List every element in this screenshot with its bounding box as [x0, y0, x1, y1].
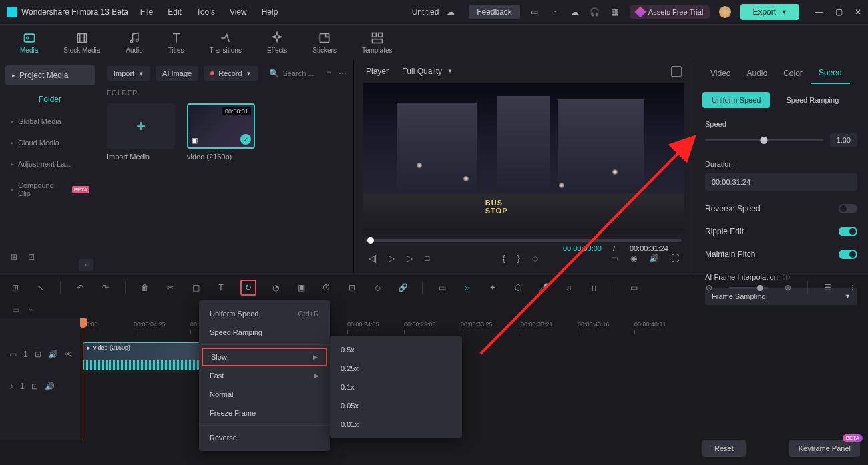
progress-handle[interactable] [367, 237, 374, 244]
fullscreen-icon[interactable]: ⛶ [671, 254, 679, 263]
subtab-uniform-speed[interactable]: Uniform Speed [702, 92, 770, 108]
export-button[interactable]: Export▼ [740, 4, 799, 20]
lock-track-icon[interactable]: ⊡ [35, 350, 41, 359]
cloud-sync-icon[interactable]: ☁ [445, 7, 456, 17]
video-clip[interactable]: ▸video (2160p) [83, 342, 203, 370]
record-button[interactable]: Record▼ [204, 66, 258, 81]
import-button[interactable]: Import▼ [107, 66, 150, 81]
speed-slider-handle[interactable] [761, 137, 768, 144]
audio-track-header[interactable]: ♪ 1 ⊡ 🔊 [0, 370, 80, 402]
mic-icon[interactable]: 🎤 [537, 282, 550, 294]
settings-icon[interactable]: ⫶ [847, 282, 859, 294]
player-label[interactable]: Player [366, 67, 389, 76]
collapse-sidebar-button[interactable]: ‹ [79, 259, 93, 271]
tab-stickers[interactable]: Stickers [312, 31, 337, 54]
sidebar-compound-clip[interactable]: ▸Compound ClipBETA [5, 175, 95, 204]
lock-audio-icon[interactable]: ⊡ [31, 382, 38, 391]
render-icon[interactable]: ▭ [628, 282, 640, 294]
zoom-out-button[interactable]: ⊖ [703, 282, 715, 294]
close-button[interactable]: ✕ [855, 7, 861, 17]
duration-value[interactable]: 00:00:31:24 [705, 173, 857, 191]
stop-button[interactable]: □ [425, 254, 429, 263]
menu-help[interactable]: Help [262, 7, 278, 17]
speed-0-1x[interactable]: 0.1x [330, 378, 462, 396]
face-icon[interactable]: ☺ [461, 282, 473, 294]
lock-icon[interactable]: ▭ [12, 305, 19, 314]
info-icon[interactable]: ⓘ [783, 273, 790, 281]
music-icon[interactable]: ♫ [563, 282, 575, 294]
keyframe-panel-button[interactable]: Keyframe Panel BETA [789, 440, 860, 457]
mark-out-button[interactable]: } [517, 254, 520, 263]
mute-audio-icon[interactable]: 🔊 [45, 382, 55, 391]
list-icon[interactable]: ☰ [821, 282, 833, 294]
video-track-header[interactable]: ▭ 1 ⊡ 🔊 👁 [0, 338, 80, 370]
frame-interpolation-select[interactable]: Frame Sampling▼ [705, 288, 857, 305]
layout-icon[interactable]: ⊞ [9, 282, 21, 294]
search-box[interactable]: 🔍 [264, 65, 320, 81]
delete-button[interactable]: 🗑 [139, 282, 151, 294]
video-preview[interactable]: BUSSTOP [363, 83, 684, 234]
screen-icon[interactable]: ▭ [529, 7, 540, 17]
tag-icon[interactable]: ◇ [371, 282, 383, 294]
redo-button[interactable]: ↷ [99, 282, 112, 294]
pointer-icon[interactable]: ↖ [35, 282, 47, 294]
props-tab-speed[interactable]: Speed [811, 63, 850, 84]
ctx-speed-ramping[interactable]: Speed Ramping [199, 323, 330, 342]
speed-0-05x[interactable]: 0.05x [330, 396, 462, 415]
reverse-speed-toggle[interactable] [839, 204, 857, 213]
fit-icon[interactable]: ⊡ [346, 282, 358, 294]
ctx-normal[interactable]: Normal [199, 385, 330, 404]
tab-media[interactable]: Media [20, 31, 38, 54]
menu-file[interactable]: File [140, 7, 153, 17]
quality-select[interactable]: Full Quality▼ [402, 67, 453, 76]
import-media-tile[interactable]: + [107, 103, 175, 149]
avatar-icon[interactable] [719, 6, 731, 18]
props-tab-audio[interactable]: Audio [738, 63, 775, 83]
sparkle-icon[interactable]: ✦ [487, 282, 499, 294]
snapshot-icon[interactable] [671, 66, 682, 77]
project-media-header[interactable]: ▸Project Media [5, 65, 95, 85]
tab-stock-media[interactable]: Stock Media [63, 31, 100, 54]
shield-icon[interactable]: ⬡ [512, 282, 524, 294]
menu-view[interactable]: View [230, 7, 247, 17]
more-icon[interactable]: ⋯ [339, 69, 347, 78]
reset-button[interactable]: Reset [702, 440, 746, 457]
ai-image-button[interactable]: AI Image [156, 66, 198, 81]
sidebar-cloud-media[interactable]: ▸Cloud Media [5, 132, 95, 153]
ctx-slow[interactable]: Slow▶ [202, 348, 327, 366]
magnet-icon[interactable]: ⌁ [29, 305, 33, 314]
folder-tab[interactable]: Folder [5, 91, 95, 111]
ctx-freeze-frame[interactable]: Freeze Frame [199, 404, 330, 422]
maintain-pitch-toggle[interactable] [839, 250, 857, 259]
media-thumbnail[interactable]: 00:00:31 ▣ ✓ [187, 103, 255, 149]
assets-trial-button[interactable]: Assets Free Trial [630, 5, 710, 19]
playhead[interactable] [83, 318, 83, 440]
cloud-icon[interactable]: ☁ [570, 7, 580, 17]
crop-button[interactable]: ◫ [190, 282, 202, 294]
play-button[interactable]: ▷ [407, 254, 413, 263]
maximize-button[interactable]: ▢ [835, 7, 843, 17]
new-bin-icon[interactable]: ⊡ [28, 252, 35, 262]
mark-in-button[interactable]: { [503, 254, 505, 263]
minimize-button[interactable]: ― [815, 7, 823, 17]
zoom-slider[interactable] [728, 287, 769, 289]
text-button[interactable]: T [215, 282, 227, 294]
ripple-edit-toggle[interactable] [839, 227, 857, 236]
filter-icon[interactable]: ⫧ [325, 69, 333, 78]
tab-templates[interactable]: Templates [362, 31, 393, 54]
props-tab-video[interactable]: Video [702, 63, 738, 83]
eye-icon[interactable]: 👁 [65, 350, 73, 359]
new-folder-icon[interactable]: ⊞ [11, 252, 17, 262]
timer-icon[interactable]: ⏱ [320, 282, 333, 294]
progress-bar[interactable] [366, 239, 682, 242]
color-button[interactable]: ◔ [270, 282, 282, 294]
menu-edit[interactable]: Edit [168, 7, 182, 17]
marker-icon[interactable]: ◇ [532, 254, 538, 263]
speed-0-5x[interactable]: 0.5x [330, 340, 462, 359]
group-icon[interactable]: ▭ [436, 282, 448, 294]
search-input[interactable] [283, 69, 314, 77]
speed-slider[interactable] [705, 139, 823, 141]
zoom-in-button[interactable]: ⊕ [782, 282, 794, 294]
play-backward-button[interactable]: ▷ [389, 254, 395, 263]
mute-video-icon[interactable]: 🔊 [48, 350, 58, 359]
